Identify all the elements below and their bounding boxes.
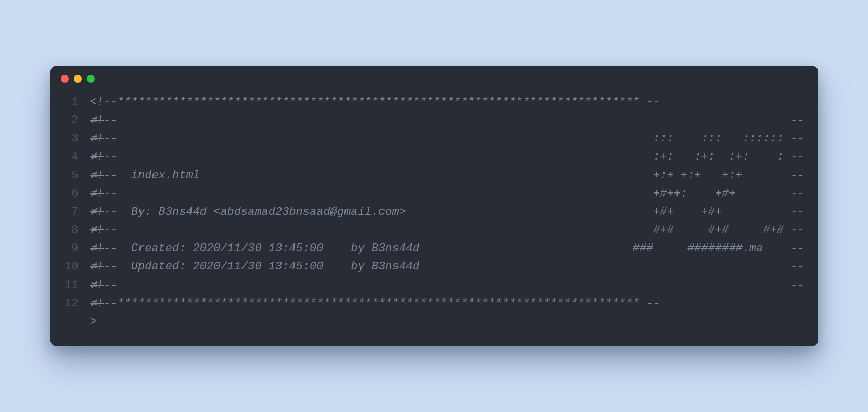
comment-prefix: ≭! xyxy=(90,132,104,145)
line-number: 12 xyxy=(60,294,79,313)
code-line: 5≭!-- index.html+:+ +:+ +:+ -- xyxy=(60,166,805,185)
code-line: 8≭!--#+# #+# #+# -- xyxy=(60,221,805,239)
code-content: ≭!---- xyxy=(90,276,805,294)
code-content: ≭!--+#++: +#+ -- xyxy=(90,185,805,203)
code-line: 6≭!--+#++: +#+ -- xyxy=(60,185,805,203)
code-text-right: +:+ +:+ +:+ -- xyxy=(653,166,804,185)
comment-prefix: ≭! xyxy=(90,169,104,182)
code-continuation: > xyxy=(90,313,805,331)
code-line: 2≭!---- xyxy=(60,111,805,130)
line-number: 10 xyxy=(60,258,79,276)
code-editor[interactable]: 1<!--***********************************… xyxy=(50,88,818,346)
line-number: 5 xyxy=(60,166,79,185)
code-content: ≭!--************************************… xyxy=(90,294,805,313)
code-content: ≭!-- Updated: 2020/11/30 13:45:00 by B3n… xyxy=(90,258,805,276)
code-text-left: --**************************************… xyxy=(104,297,660,310)
comment-prefix: ≭! xyxy=(90,187,104,200)
comment-prefix: <! xyxy=(90,96,104,109)
code-line: 4≭!--:+: :+: :+: : -- xyxy=(60,148,805,166)
comment-prefix: ≭! xyxy=(90,279,104,292)
code-text-right: ::: ::: :::::: -- xyxy=(653,130,804,148)
code-line: 10≭!-- Updated: 2020/11/30 13:45:00 by B… xyxy=(60,258,805,276)
line-number: 1 xyxy=(60,93,79,111)
code-line: > xyxy=(60,313,805,331)
close-icon[interactable] xyxy=(61,75,69,83)
line-number: 4 xyxy=(60,148,79,166)
code-text-right: -- xyxy=(790,276,804,294)
code-text-right: +#+ +#+ -- xyxy=(653,203,804,221)
code-text-right: +#++: +#+ -- xyxy=(653,185,804,203)
line-number: 11 xyxy=(60,276,79,294)
code-content: ≭!-- Created: 2020/11/30 13:45:00 by B3n… xyxy=(90,239,805,258)
code-content: ≭!-- By: B3ns44d <abdsamad23bnsaad@gmail… xyxy=(90,203,805,221)
code-content: ≭!--#+# #+# #+# -- xyxy=(90,221,805,239)
code-line: 7≭!-- By: B3ns44d <abdsamad23bnsaad@gmai… xyxy=(60,203,805,221)
code-text-left: -- xyxy=(104,187,117,200)
line-number: 6 xyxy=(60,185,79,203)
line-number: 7 xyxy=(60,203,79,221)
code-text-left: -- xyxy=(104,114,117,127)
line-number: 2 xyxy=(60,111,79,130)
code-text-right: ### ########.ma -- xyxy=(632,239,804,258)
comment-prefix: ≭! xyxy=(90,114,104,127)
code-line: 9≭!-- Created: 2020/11/30 13:45:00 by B3… xyxy=(60,239,805,258)
line-number xyxy=(60,313,79,331)
line-number: 3 xyxy=(60,130,79,148)
code-text-left: --**************************************… xyxy=(104,96,660,109)
comment-prefix: ≭! xyxy=(90,205,104,218)
code-content: ≭!--::: ::: :::::: -- xyxy=(90,130,805,148)
comment-prefix: ≭! xyxy=(90,260,104,273)
comment-prefix: ≭! xyxy=(90,297,104,310)
code-text-left: -- xyxy=(104,279,117,292)
line-number: 9 xyxy=(60,239,79,258)
comment-prefix: ≭! xyxy=(90,224,104,237)
zoom-icon[interactable] xyxy=(87,75,95,83)
code-text-left: -- Updated: 2020/11/30 13:45:00 by B3ns4… xyxy=(104,260,419,273)
code-content: ≭!--:+: :+: :+: : -- xyxy=(90,148,805,166)
code-window: 1<!--***********************************… xyxy=(50,66,818,346)
code-text-left: -- By: B3ns44d <abdsamad23bnsaad@gmail.c… xyxy=(104,205,406,218)
titlebar xyxy=(50,66,818,88)
code-content: <!--************************************… xyxy=(90,93,805,111)
code-line: 12≭!--**********************************… xyxy=(60,294,805,313)
code-line: 3≭!--::: ::: :::::: -- xyxy=(60,130,805,148)
code-content: ≭!-- index.html+:+ +:+ +:+ -- xyxy=(90,166,805,185)
code-text-right: -- xyxy=(790,258,804,276)
code-text-left: -- xyxy=(104,132,117,145)
code-text-right: :+: :+: :+: : -- xyxy=(653,148,804,166)
code-text-left: -- xyxy=(104,150,117,163)
minimize-icon[interactable] xyxy=(74,75,82,83)
code-text-right: #+# #+# #+# -- xyxy=(653,221,804,239)
code-content: ≭!---- xyxy=(90,111,805,130)
comment-prefix: ≭! xyxy=(90,150,104,163)
code-text-left: -- index.html xyxy=(104,169,200,182)
comment-prefix: ≭! xyxy=(90,242,104,255)
line-number: 8 xyxy=(60,221,79,239)
code-text-left: -- Created: 2020/11/30 13:45:00 by B3ns4… xyxy=(104,242,419,255)
code-text-right: -- xyxy=(790,111,804,130)
code-line: 11≭!---- xyxy=(60,276,805,294)
code-text-left: -- xyxy=(104,224,117,237)
code-line: 1<!--***********************************… xyxy=(60,93,805,111)
